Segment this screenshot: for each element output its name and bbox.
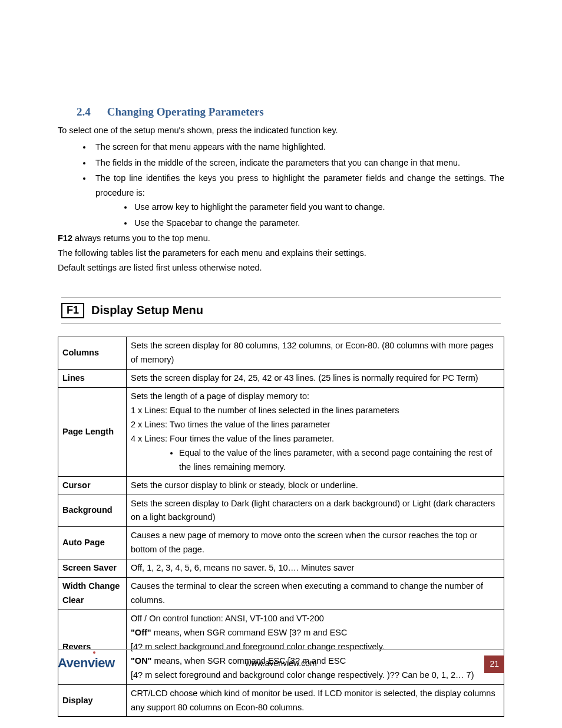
table-row: Lines Sets the screen display for 24, 25… [58,370,504,388]
table-row: Width Change Clear Causes the terminal t… [58,578,504,610]
page-footer: Avenview www.avenview.com 21 [58,649,504,673]
table-row: Revers Off / On control function: ANSI, … [58,610,504,684]
text-span: means, when SGR command ESW [3? m and ES… [151,628,348,637]
param-desc: Off, 1, 2, 3, 4, 5, 6, means no saver. 5… [127,559,504,578]
list-item: Use arrow key to highlight the parameter… [133,200,504,215]
table-row: Cursor Sets the cursor display to blink … [58,476,504,495]
page-number: 21 [484,655,504,673]
keycap-icon: F1 [61,303,84,318]
param-label: Display [58,684,127,717]
list-item: Equal to the value of the lines paramete… [179,446,500,475]
table-row: Display CRT/LCD choose which kind of mon… [58,684,504,717]
list-item: Use the Spacebar to change the parameter… [133,216,504,230]
param-desc: Sets the screen display to Dark (light c… [127,495,504,527]
param-desc: Causes a new page of memory to move onto… [127,527,504,559]
brand-logo: Avenview [58,653,115,673]
list-item: The screen for that menu appears with th… [92,140,504,154]
menu-heading-block: F1 Display Setup Menu [61,297,501,324]
param-label: Auto Page [58,527,127,559]
table-row: Auto Page Causes a new page of memory to… [58,527,504,559]
param-desc: CRT/LCD choose which kind of monitor be … [127,684,504,717]
cell-line: 4 x Lines: Four times the value of the l… [131,432,500,446]
param-label: Columns [58,337,127,370]
param-label: Width Change Clear [58,578,127,610]
cell-line: 2 x Lines: Two times the value of the li… [131,418,500,432]
cell-line: "Off" means, when SGR command ESW [3? m … [131,626,500,640]
logo-dot-icon [93,651,95,654]
brand-text: Avenview [58,655,115,670]
footer-url: www.avenview.com [245,657,316,670]
cell-bullet-list: Equal to the value of the lines paramete… [131,446,500,475]
table-row: Page Length Sets the length of a page of… [58,388,504,477]
paragraph-text: always returns you to the top menu. [72,233,210,243]
paragraph: The following tables list the parameters… [58,246,504,260]
intro-text: To select one of the setup menu's shown,… [58,124,504,137]
section-title: Changing Operating Parameters [107,106,264,118]
table-row: Background Sets the screen display to Da… [58,495,504,527]
param-desc: Sets the length of a page of display mem… [127,388,504,477]
param-label: Lines [58,370,127,388]
intro-sublist: Use arrow key to highlight the parameter… [95,200,504,230]
param-label: Screen Saver [58,559,127,578]
section-number: 2.4 [77,103,91,120]
param-desc: Causes the terminal to clear the screen … [127,578,504,610]
paragraph: Default settings are listed first unless… [58,261,504,275]
cell-line: Off / On control function: ANSI, VT-100 … [131,612,500,626]
table-row: Screen Saver Off, 1, 2, 3, 4, 5, 6, mean… [58,559,504,578]
param-label: Revers [58,610,127,684]
param-label: Background [58,495,127,527]
param-desc: Sets the cursor display to blink or stea… [127,476,504,495]
list-item: The top line identifies the keys you pre… [92,171,504,230]
param-desc: Sets the screen display for 24, 25, 42 o… [127,370,504,388]
intro-list: The screen for that menu appears with th… [58,140,504,230]
list-item: The fields in the middle of the screen, … [92,156,504,170]
param-label: Cursor [58,476,127,495]
cell-line: 1 x Lines: Equal to the number of lines … [131,404,500,418]
cell-line: Sets the length of a page of display mem… [131,390,500,404]
paragraph: F12 always returns you to the top menu. [58,232,504,245]
table-row: Columns Sets the screen display for 80 c… [58,337,504,370]
bold-span: "Off" [131,628,151,637]
param-desc: Sets the screen display for 80 columns, … [127,337,504,370]
param-desc: Off / On control function: ANSI, VT-100 … [127,610,504,684]
key-ref: F12 [58,233,72,243]
section-heading: 2.4Changing Operating Parameters [58,103,504,120]
param-label: Page Length [58,388,127,477]
list-item-text: The top line identifies the keys you pre… [95,173,504,197]
menu-title: Display Setup Menu [91,301,203,319]
